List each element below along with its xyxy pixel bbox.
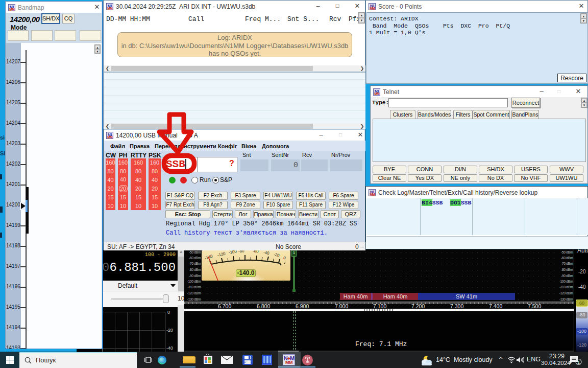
svg-text:1: 1: [577, 360, 580, 365]
